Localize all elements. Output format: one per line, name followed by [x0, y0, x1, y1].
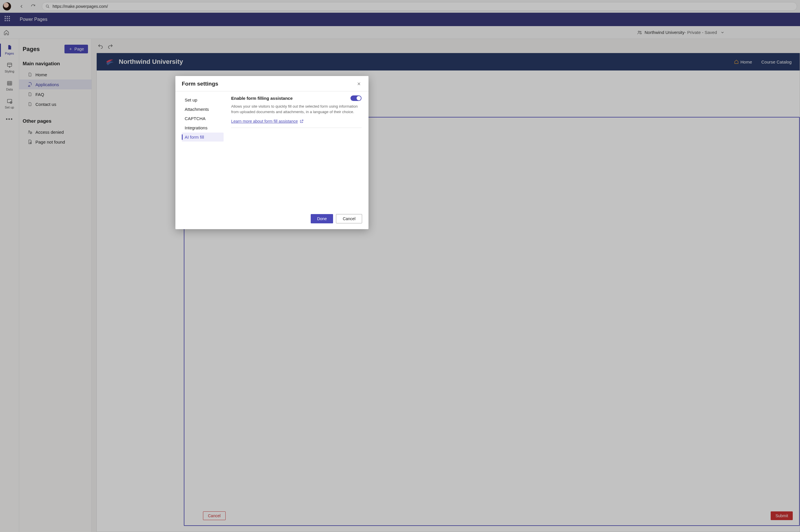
learn-more-link[interactable]: Learn more about form fill assistance [231, 119, 362, 128]
tab-setup[interactable]: Set up [182, 95, 223, 104]
tab-attachments[interactable]: Attachments [182, 105, 223, 114]
modal-backdrop[interactable] [0, 0, 800, 532]
tab-captcha[interactable]: CAPTCHA [182, 114, 223, 123]
external-link-icon [300, 119, 304, 123]
settings-tab-list: Set up Attachments CAPTCHA Integrations … [176, 95, 228, 210]
form-settings-dialog: Form settings Set up Attachments CAPTCHA… [176, 76, 368, 229]
toggle-description: Allows your site visitors to quickly fil… [231, 104, 362, 115]
dialog-title: Form settings [182, 81, 218, 87]
settings-pane: Enable form filling assistance Allows yo… [228, 95, 368, 210]
close-button[interactable] [356, 81, 362, 87]
tab-integrations[interactable]: Integrations [182, 123, 223, 132]
done-button[interactable]: Done [311, 214, 333, 223]
cancel-button[interactable]: Cancel [336, 214, 362, 223]
enable-assistance-toggle[interactable] [350, 95, 362, 101]
tab-ai-form-fill[interactable]: AI form fill [182, 133, 223, 141]
toggle-label: Enable form filling assistance [231, 96, 293, 101]
link-text: Learn more about form fill assistance [231, 119, 298, 124]
